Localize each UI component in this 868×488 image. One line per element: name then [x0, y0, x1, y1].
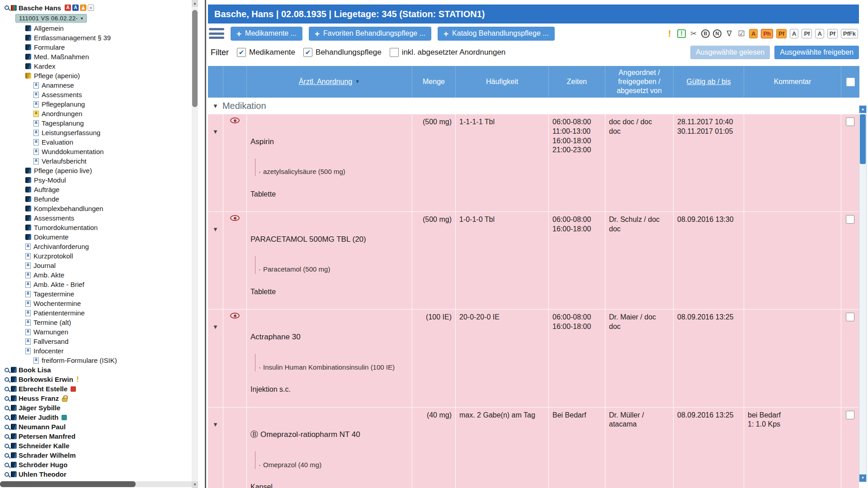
order-name-cell[interactable]: Aspirin ·azetylsalicylsäure (500 mg) Tab…	[247, 114, 412, 212]
sidebar-patient-item[interactable]: Meier Judith	[0, 413, 192, 422]
sidebar-patient-item[interactable]: Heuss Franz	[0, 394, 192, 403]
sidebar-patient-item[interactable]: Schröder Hugo	[0, 460, 192, 469]
sidebar-tree-item[interactable]: Termine (alt)	[0, 318, 192, 327]
checkbox-icon[interactable]	[390, 48, 399, 57]
sidebar-patient-item[interactable]: Petersen Manfred	[0, 432, 192, 441]
filter-checkbox[interactable]: Medikamente	[237, 48, 295, 57]
sidebar-patient-item[interactable]: Schneider Kalle	[0, 441, 192, 450]
sidebar-tree-item[interactable]: Verlaufsbericht	[0, 156, 192, 166]
expand-icon[interactable]: ▼	[212, 324, 218, 330]
sidebar-tree-item[interactable]: Tagesplanung	[0, 118, 192, 128]
sidebar-current-patient[interactable]: Basche Hans	[0, 3, 192, 13]
main-vertical-scrollbar[interactable]: ▲ ▼	[859, 105, 867, 482]
sidebar-tree-item[interactable]: Pflege (apenio live)	[0, 166, 192, 175]
funnel-icon[interactable]: ∇	[725, 29, 734, 38]
n-circle-icon[interactable]: N	[713, 29, 722, 38]
release-button[interactable]: Ausgewählte freigeben	[774, 46, 859, 59]
sidebar-tree-item[interactable]: Assessments	[0, 213, 192, 223]
scroll-down-icon[interactable]: ▼	[859, 474, 866, 482]
collapse-icon[interactable]: ▼	[212, 103, 218, 109]
scroll-down-icon[interactable]: ▼	[192, 481, 198, 488]
sidebar-patient-item[interactable]: Jäger Sybille	[0, 403, 192, 413]
sidebar-tree-item[interactable]: Komplexbehandlungen	[0, 204, 192, 213]
mark-read-button[interactable]: Ausgewählte gelesen	[690, 46, 770, 59]
col-header-gueltig[interactable]: Gültig ab / bis	[674, 66, 744, 98]
role-badge[interactable]: A	[815, 29, 824, 38]
sidebar-tree-item[interactable]: Formulare	[0, 42, 192, 52]
sidebar-tree-item[interactable]: Infocenter	[0, 346, 192, 356]
role-badge[interactable]: Pf	[827, 29, 838, 38]
sidebar-tree-item[interactable]: Anamnese	[0, 80, 192, 90]
sidebar-tree-item[interactable]: Fallversand	[0, 337, 192, 346]
sidebar-tree-item[interactable]: Entlassmanagement § 39	[0, 33, 192, 42]
read-eye-icon[interactable]	[230, 215, 240, 221]
role-badge[interactable]: PfFk	[841, 29, 858, 38]
sidebar-tree-item[interactable]: Warnungen	[0, 327, 192, 337]
sidebar-tree-item[interactable]: Patiententermine	[0, 308, 192, 318]
sidebar-patient-item[interactable]: Borkowski Erwin	[0, 375, 192, 384]
sidebar-tree-item[interactable]: Pflege (apenio)	[0, 71, 192, 80]
read-eye-icon[interactable]	[230, 313, 240, 319]
sidebar-tree-item[interactable]: Aufträge	[0, 185, 192, 194]
row-checkbox[interactable]	[846, 215, 854, 224]
add-button[interactable]: + Katalog Behandlungspflege ...	[438, 27, 555, 41]
sidebar-patient-item[interactable]: Neumann Paul	[0, 422, 192, 432]
scrollbar-thumb[interactable]	[192, 10, 198, 107]
select-all-checkbox[interactable]	[846, 78, 855, 86]
sidebar-vertical-scrollbar[interactable]: ▲ ▼	[192, 0, 198, 488]
role-badge[interactable]: Pf	[802, 29, 812, 38]
sidebar-tree-item[interactable]: Archivanforderung	[0, 242, 192, 251]
read-eye-icon[interactable]	[230, 117, 240, 123]
checklist-icon[interactable]: ☑	[737, 29, 746, 38]
menu-icon[interactable]	[209, 28, 224, 39]
scissors-icon[interactable]: ✂	[689, 29, 698, 38]
add-button[interactable]: + Favoriten Behandlungspflege ...	[309, 27, 431, 41]
sidebar-tree-item[interactable]: Wochentermine	[0, 299, 192, 308]
expand-icon[interactable]: ▼	[212, 421, 218, 428]
checkbox-icon[interactable]	[237, 48, 246, 57]
order-name-cell[interactable]: ⒷOmeprazol-ratiopharm NT 40 ·Omeprazol (…	[247, 408, 412, 488]
sidebar-tree-item[interactable]: Pflegeplanung	[0, 99, 192, 109]
sidebar-patient-item[interactable]: Schrader Wilhelm	[0, 450, 192, 460]
sidebar-tree-item[interactable]: Evaluation	[0, 137, 192, 147]
sidebar-tree-item[interactable]: Kurzprotokoll	[0, 251, 192, 261]
filter-checkbox[interactable]: Behandlungspflege	[303, 48, 382, 57]
section-header[interactable]: ▼ Medikation	[208, 98, 859, 114]
role-badge[interactable]: A	[749, 29, 758, 38]
scroll-up-icon[interactable]: ▲	[859, 106, 866, 113]
row-checkbox[interactable]	[846, 117, 854, 126]
expand-icon[interactable]: ▼	[212, 128, 218, 135]
sidebar-patient-item[interactable]: Book Lisa	[0, 365, 192, 375]
sidebar-tree-item[interactable]: Anordnungen	[0, 109, 192, 118]
checkbox-icon[interactable]	[303, 48, 312, 57]
role-badge[interactable]: A	[790, 29, 798, 38]
case-selector[interactable]: 111001 VS 06.02.22- ▾	[15, 14, 87, 23]
sidebar-tree-item[interactable]: Tagestermine	[0, 289, 192, 299]
sidebar-tree-item[interactable]: Tumordokumentation	[0, 223, 192, 232]
sidebar-tree-item[interactable]: Kardex	[0, 61, 192, 71]
row-checkbox[interactable]	[846, 411, 854, 419]
sidebar-tree-item[interactable]: Journal	[0, 261, 192, 270]
col-header-anordnung[interactable]: Ärztl. Anordnung ▼	[247, 66, 412, 98]
sidebar-tree-item[interactable]: Dokumente	[0, 232, 192, 242]
add-button[interactable]: + Medikamente ...	[231, 27, 302, 41]
order-name-cell[interactable]: Actraphane 30 ·Insulin Human Kombination…	[247, 310, 412, 407]
sidebar-tree-item[interactable]: Leistungserfassung	[0, 128, 192, 137]
sidebar-tree-item[interactable]: freiform-Formulare (ISIK)	[0, 356, 192, 365]
confirm-icon[interactable]: !	[677, 29, 686, 38]
sidebar-horizontal-scrollbar[interactable]	[0, 481, 192, 487]
alert-icon[interactable]: !	[665, 29, 674, 38]
role-badge[interactable]: Ph	[761, 29, 773, 38]
sidebar-tree-item[interactable]: Wunddokumentation	[0, 147, 192, 156]
b-circle-icon[interactable]: B	[701, 29, 710, 38]
sidebar-tree-item[interactable]: Befunde	[0, 194, 192, 204]
sidebar-tree-item[interactable]: Allgemein	[0, 23, 192, 33]
scroll-up-icon[interactable]: ▲	[192, 0, 198, 7]
sidebar-tree-item[interactable]: Psy-Modul	[0, 175, 192, 185]
expand-icon[interactable]: ▼	[212, 226, 218, 233]
sidebar-tree-item[interactable]: Amb. Akte - Brief	[0, 280, 192, 289]
filter-checkbox[interactable]: inkl. abgesetzter Anordnungen	[390, 48, 506, 57]
scrollbar-thumb[interactable]	[0, 481, 136, 487]
scrollbar-thumb[interactable]	[860, 114, 866, 164]
order-name-cell[interactable]: PARACETAMOL 500MG TBL (20) ·Paracetamol …	[247, 212, 412, 310]
